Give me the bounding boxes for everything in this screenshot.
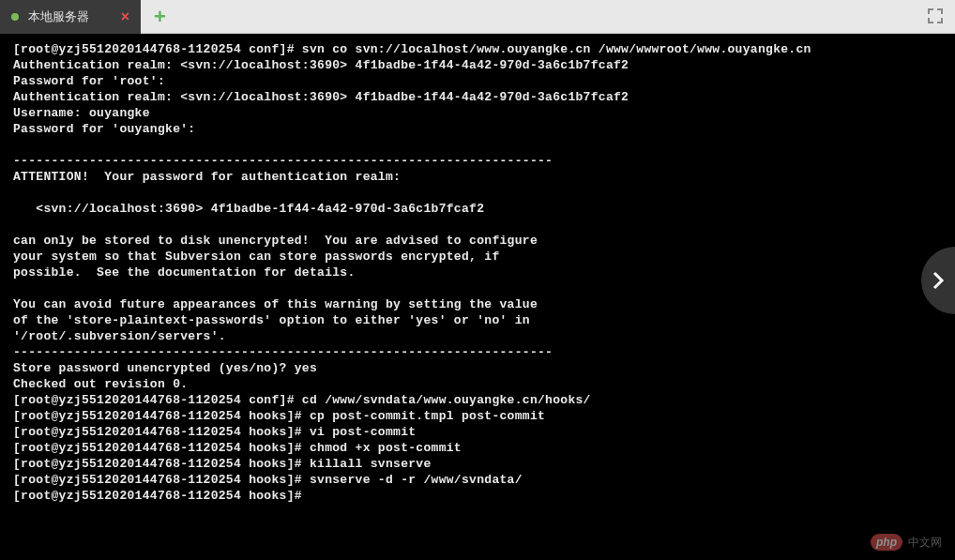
expand-icon[interactable] <box>927 8 944 24</box>
new-tab-button[interactable]: + <box>141 5 179 29</box>
tab-status-dot <box>11 13 19 21</box>
watermark-label: 中文网 <box>908 535 942 551</box>
tab-bar: 本地服务器 × + <box>0 0 955 34</box>
tab-label: 本地服务器 <box>28 8 89 25</box>
watermark-logo: php <box>871 534 902 551</box>
close-icon[interactable]: × <box>121 8 129 25</box>
watermark: php 中文网 <box>871 534 942 551</box>
tab-local-server[interactable]: 本地服务器 × <box>0 0 141 34</box>
terminal-output[interactable]: [root@yzj5512020144768-1120254 conf]# sv… <box>0 34 955 560</box>
